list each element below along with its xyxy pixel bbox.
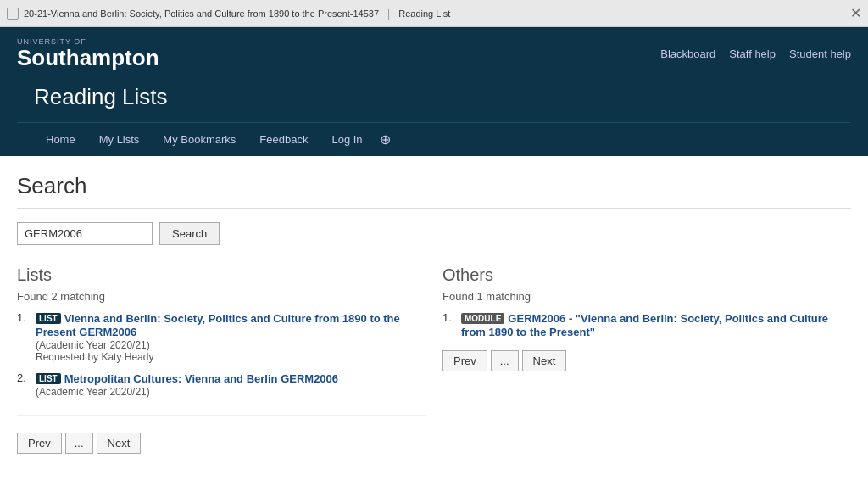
blackboard-link[interactable]: Blackboard [660,47,715,60]
result-meta-1: (Academic Year 2020/21) [36,339,426,351]
nav-help-icon[interactable]: ⊕ [375,123,396,156]
nav-my-lists[interactable]: My Lists [87,125,152,154]
tab-separator: | [387,8,390,20]
list-link-1[interactable]: Vienna and Berlin: Society, Politics and… [36,312,400,338]
others-section: Others Found 1 matching 1. MODULEGERM200… [442,265,851,454]
browser-bar: 20-21-Vienna and Berlin: Society, Politi… [0,0,868,27]
pagination-bar: Prev ... Next [17,433,426,454]
page-title-bar: Reading Lists [17,79,851,122]
module-link-1[interactable]: GERM2006 - "Vienna and Berlin: Society, … [461,312,828,338]
header-top: UNIVERSITY OF Southampton Blackboard Sta… [17,37,851,79]
logo-name: Southampton [17,45,159,70]
nav-log-in[interactable]: Log In [320,125,374,154]
lists-pagination: Prev ... Next [17,415,426,454]
list-badge: LIST [36,313,61,324]
next-button[interactable]: Next [97,433,142,454]
others-prev-button[interactable]: Prev [442,350,487,371]
lists-section: Lists Found 2 matching 1. LISTVienna and… [17,265,426,454]
others-ellipsis: ... [491,350,519,371]
item-content: LISTMetropolitan Cultures: Vienna and Be… [36,371,426,398]
others-next-button[interactable]: Next [522,350,567,371]
lists-count: Found 2 matching [17,290,426,303]
others-heading: Others [442,265,851,285]
prev-button[interactable]: Prev [17,433,62,454]
search-bar: Search [17,222,851,245]
page-title: Reading Lists [34,84,834,110]
tab-reading-list: Reading List [398,8,450,19]
nav-bar: Home My Lists My Bookmarks Feedback Log … [17,122,851,156]
others-pagination-bar: Prev ... Next [442,350,851,371]
result-sub-1: Requested by Katy Heady [36,351,426,363]
nav-my-bookmarks[interactable]: My Bookmarks [151,125,248,154]
tab-title: 20-21-Vienna and Berlin: Society, Politi… [24,8,379,19]
close-button[interactable]: ✕ [850,5,861,21]
site-header: UNIVERSITY OF Southampton Blackboard Sta… [0,27,868,156]
others-result-list: 1. MODULEGERM2006 - "Vienna and Berlin: … [442,311,851,338]
ellipsis: ... [65,433,93,454]
nav-home[interactable]: Home [34,125,87,154]
others-count: Found 1 matching [442,290,851,303]
item-number: 2. [17,371,29,384]
result-meta-2: (Academic Year 2020/21) [36,386,426,398]
student-help-link[interactable]: Student help [789,47,851,60]
lists-heading: Lists [17,265,426,285]
list-badge: LIST [36,373,61,384]
header-links: Blackboard Staff help Student help [660,47,851,60]
search-input[interactable] [17,222,153,245]
search-heading: Search [17,173,851,209]
staff-help-link[interactable]: Staff help [729,47,776,60]
main-content: Search Search Lists Found 2 matching 1. … [0,156,868,462]
results-grid: Lists Found 2 matching 1. LISTVienna and… [17,265,851,454]
module-badge: MODULE [461,313,504,324]
item-number: 1. [442,311,454,324]
item-content: LISTVienna and Berlin: Society, Politics… [36,311,426,363]
item-content: MODULEGERM2006 - "Vienna and Berlin: Soc… [461,311,851,338]
search-button[interactable]: Search [159,222,220,245]
list-link-2[interactable]: Metropolitan Cultures: Vienna and Berlin… [64,372,338,385]
lists-result-list: 1. LISTVienna and Berlin: Society, Polit… [17,311,426,398]
list-item: 1. MODULEGERM2006 - "Vienna and Berlin: … [442,311,851,338]
logo: UNIVERSITY OF Southampton [17,37,159,70]
list-item: 2. LISTMetropolitan Cultures: Vienna and… [17,371,426,398]
browser-tab: 20-21-Vienna and Berlin: Society, Politi… [7,8,450,20]
nav-feedback[interactable]: Feedback [248,125,320,154]
tab-icon [7,8,19,20]
item-number: 1. [17,311,29,324]
list-item: 1. LISTVienna and Berlin: Society, Polit… [17,311,426,363]
